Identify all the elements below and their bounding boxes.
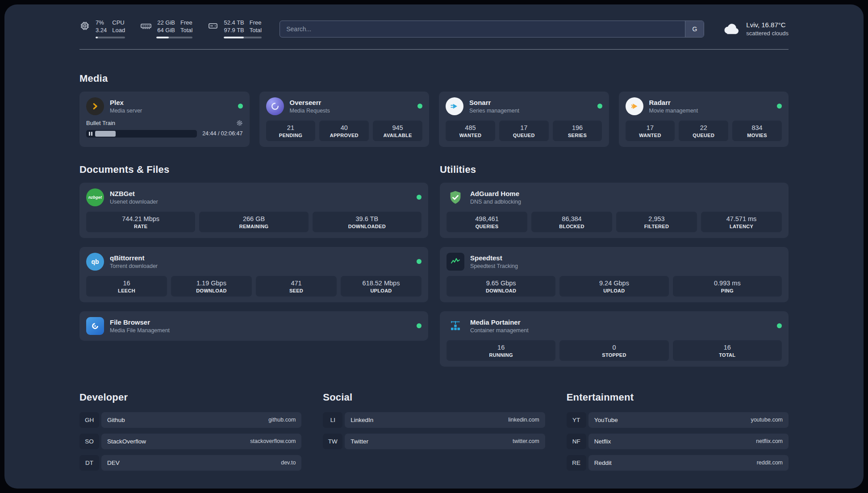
bookmark-linkedin[interactable]: LI LinkedIn linkedin.com: [323, 412, 545, 428]
app-card-nzbget[interactable]: nzbget NZBGet Usenet downloader 744.21 M…: [79, 183, 428, 238]
dashboard-panel: 7% 3.24 CPU Load 22 GiB: [4, 4, 864, 489]
bookmark-reddit[interactable]: RE Reddit reddit.com: [567, 455, 789, 471]
bookmark-name: StackOverflow: [107, 438, 146, 445]
stat-value: 17: [627, 124, 673, 131]
bookmark-twitter[interactable]: TW Twitter twitter.com: [323, 434, 545, 449]
app-name: AdGuard Home: [470, 190, 782, 197]
stat-value: 16: [448, 344, 554, 351]
search-input[interactable]: [280, 21, 685, 37]
now-playing: Bullet Train 24:44 / 02:06:47: [86, 120, 243, 138]
bookmark-name: Twitter: [351, 438, 368, 445]
app-card-portainer[interactable]: Media Portainer Container management 16 …: [440, 311, 789, 367]
stat-value: 0: [561, 344, 667, 351]
stat-label: RATE: [88, 224, 193, 229]
app-card-adguard[interactable]: AdGuard Home DNS and adblocking 498,461 …: [440, 183, 789, 238]
stat-queries: 498,461 QUERIES: [447, 212, 527, 232]
stat-available: 945 AVAILABLE: [373, 121, 422, 141]
memory-free: 22 GiB: [157, 20, 175, 26]
search-bar[interactable]: G: [280, 21, 704, 38]
app-card-overseerr[interactable]: Overseerr Media Requests 21 PENDING 40 A…: [259, 92, 430, 147]
memory-label-1: Free: [180, 20, 192, 26]
stat-label: PENDING: [268, 133, 314, 138]
bookmark-dev[interactable]: DT DEV dev.to: [79, 455, 301, 471]
bookmark-name: Reddit: [594, 460, 612, 466]
status-dot: [238, 104, 243, 109]
status-dot: [417, 259, 421, 264]
app-card-filebrowser[interactable]: File Browser Media File Management: [79, 311, 428, 341]
bookmark-abbr: YT: [567, 412, 586, 428]
stat-leech: 16 LEECH: [86, 276, 167, 297]
disk-icon: [208, 21, 218, 31]
bookmark-group-entertainment: Entertainment YT YouTube youtube.com NF …: [567, 392, 789, 471]
weather-widget: Lviv, 16.87°C scattered clouds: [722, 21, 789, 38]
app-desc: Usenet downloader: [110, 199, 411, 205]
bookmark-abbr: RE: [567, 455, 586, 471]
stat-label: UPLOAD: [342, 288, 420, 293]
section-title-social: Social: [323, 392, 545, 403]
app-desc: Speedtest Tracking: [470, 263, 782, 269]
stat-downloaded: 39.6 TB DOWNLOADED: [313, 212, 421, 232]
app-card-speedtest[interactable]: Speedtest Speedtest Tracking 9.65 Gbps D…: [440, 247, 789, 302]
section-title-media: Media: [79, 73, 789, 84]
cloud-icon: [722, 21, 741, 38]
settings-gear-icon[interactable]: [236, 120, 243, 126]
disk-total: 97.9 TB: [224, 27, 244, 33]
bookmark-url: youtube.com: [751, 417, 783, 423]
disk-free: 52.4 TB: [224, 20, 244, 26]
app-name: qBittorrent: [110, 254, 411, 262]
stat-label: TOTAL: [675, 352, 780, 358]
stat-value: 266 GB: [201, 215, 306, 222]
documents-column: Documents & Files nzbget NZBGet Usenet d…: [79, 164, 428, 341]
bookmark-abbr: SO: [79, 434, 99, 449]
stat-value: 21: [268, 124, 314, 131]
stat-approved: 40 APPROVED: [319, 121, 369, 141]
bookmark-url: dev.to: [281, 460, 296, 466]
stat-label: WANTED: [447, 133, 493, 138]
stat-queued: 17 QUEUED: [499, 121, 549, 141]
search-provider-button[interactable]: G: [685, 21, 704, 37]
stat-wanted: 485 WANTED: [446, 121, 495, 141]
header-divider: [79, 49, 789, 50]
bookmark-netflix[interactable]: NF Netflix netflix.com: [567, 434, 789, 449]
app-desc: Media Requests: [290, 108, 412, 114]
stat-value: 40: [321, 124, 367, 131]
overseerr-icon: [266, 97, 284, 115]
stat-value: 618.52 Mbps: [342, 280, 420, 287]
top-bar: 7% 3.24 CPU Load 22 GiB: [79, 20, 789, 38]
app-card-sonarr[interactable]: Sonarr Series management 485 WANTED 17 Q…: [439, 92, 609, 147]
stat-label: RUNNING: [448, 352, 554, 358]
stat-value: 16: [88, 280, 165, 287]
app-desc: Torrent downloader: [110, 263, 411, 269]
app-name: NZBGet: [110, 190, 411, 197]
pause-icon[interactable]: [87, 131, 94, 137]
playback-progress-bar[interactable]: [86, 130, 197, 138]
stat-value: 9.65 Gbps: [448, 280, 554, 287]
app-name: File Browser: [110, 318, 411, 326]
bookmark-name: LinkedIn: [351, 417, 373, 423]
bookmark-youtube[interactable]: YT YouTube youtube.com: [567, 412, 789, 428]
bookmark-abbr: LI: [323, 412, 342, 428]
speedtest-icon: [447, 253, 464, 271]
cpu-percent: 7%: [96, 20, 107, 26]
app-name: Speedtest: [470, 254, 782, 262]
bookmark-name: Netflix: [594, 438, 611, 445]
status-dot: [417, 323, 421, 328]
bookmark-github[interactable]: GH Github github.com: [79, 412, 301, 428]
app-card-plex[interactable]: Plex Media server Bullet Train: [79, 92, 250, 147]
stat-label: FILTERED: [618, 224, 695, 229]
status-dot: [777, 323, 782, 328]
stat-value: 498,461: [448, 215, 526, 222]
plex-icon: [86, 97, 104, 115]
app-card-radarr[interactable]: Radarr Movie management 17 WANTED 22 QUE…: [619, 92, 789, 147]
bookmark-abbr: GH: [79, 412, 99, 428]
bookmark-stackoverflow[interactable]: SO StackOverflow stackoverflow.com: [79, 434, 301, 449]
stat-pending: 21 PENDING: [266, 121, 316, 141]
cpu-widget: 7% 3.24 CPU Load: [79, 20, 125, 38]
app-card-qbittorrent[interactable]: qb qBittorrent Torrent downloader 16 LEE…: [79, 247, 428, 302]
disk-label-2: Total: [250, 27, 262, 33]
stat-stopped: 0 STOPPED: [559, 340, 668, 361]
stat-label: DOWNLOAD: [448, 288, 554, 293]
stat-label: SERIES: [555, 133, 601, 138]
stat-seed: 471 SEED: [256, 276, 337, 297]
stat-value: 39.6 TB: [314, 215, 420, 222]
